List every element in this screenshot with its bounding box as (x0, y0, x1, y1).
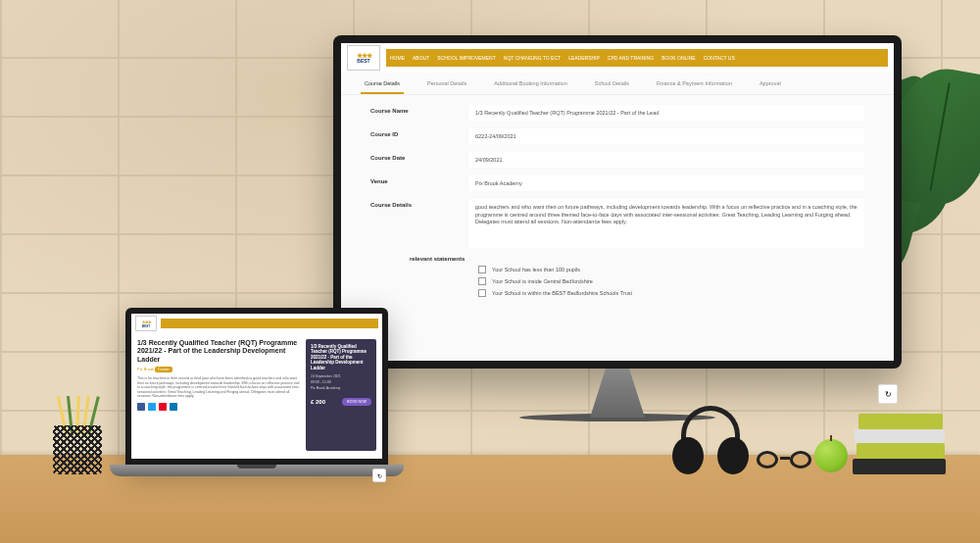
course-location-meta: Pix Brook (137, 367, 154, 371)
booking-sidebar: 1/3 Recently Qualified Teacher (RQT) Pro… (306, 339, 376, 451)
pinterest-icon[interactable] (159, 403, 167, 411)
tab-personal-details[interactable]: Personal Details (423, 76, 470, 94)
linkedin-icon[interactable] (170, 403, 177, 411)
book-now-button[interactable]: BOOK NOW (342, 398, 371, 406)
sidebar-date: 24 September 2021 (311, 374, 371, 378)
site-logo[interactable]: ★★★ BEST (347, 45, 380, 71)
twitter-icon[interactable] (148, 403, 156, 411)
apple (814, 439, 848, 472)
desktop-screen: ★★★ BEST HOME ABOUT SCHOOL IMPROVEMENT N… (341, 43, 894, 361)
tab-approval[interactable]: Approval (756, 76, 785, 94)
main-nav: HOME ABOUT SCHOOL IMPROVEMENT NQT CHANGI… (386, 49, 888, 67)
field-course-date[interactable]: 24/09/2021 (468, 152, 864, 168)
laptop-screen: ★★★ BEST 1/3 Recently Qualified Teacher … (131, 314, 382, 459)
course-type-badge: Course (155, 367, 172, 372)
glasses (755, 451, 813, 472)
tab-additional-booking[interactable]: Additional Booking Information (490, 76, 571, 94)
field-course-name[interactable]: 1/3 Recently Qualified Teacher (RQT) Pro… (468, 105, 864, 121)
tab-course-details[interactable]: Course Details (361, 76, 404, 94)
laptop-nav-bar[interactable] (161, 319, 378, 328)
nav-home[interactable]: HOME (390, 55, 405, 61)
label-course-id: Course ID (370, 128, 468, 137)
checkbox-under-100[interactable] (478, 266, 486, 273)
statement-under-100: Your School has less than 100 pupils (492, 267, 580, 272)
sidebar-time: 09:00 - 15:30 (311, 380, 371, 384)
course-price: £ 200 (311, 399, 325, 405)
statements-heading: relevant statements (410, 256, 864, 262)
nav-nqt[interactable]: NQT CHANGING TO ECT (504, 55, 561, 61)
headphones (666, 406, 755, 474)
course-description: This is for teachers in their second or … (137, 376, 300, 399)
form-tabs: Course Details Personal Details Addition… (341, 73, 894, 95)
field-course-details[interactable]: good teachers and who want their on futu… (468, 199, 864, 248)
label-course-details: Course Details (370, 199, 468, 208)
laptop-site-logo[interactable]: ★★★ BEST (135, 316, 157, 331)
nav-leadership[interactable]: LEADERSHIP (568, 55, 600, 61)
sidebar-course-title: 1/3 Recently Qualified Teacher (RQT) Pro… (311, 344, 371, 370)
label-venue: Venue (370, 175, 468, 184)
sidebar-venue: Pix Brook Academy (311, 386, 371, 390)
tab-finance-payment[interactable]: Finance & Payment Information (653, 76, 736, 94)
nav-contact[interactable]: CONTACT US (704, 55, 735, 61)
tab-school-details[interactable]: School Details (591, 76, 633, 94)
nav-book-online[interactable]: BOOK ONLINE (662, 55, 695, 61)
field-course-id[interactable]: 6222-24/09/2021 (468, 128, 864, 144)
laptop-base (110, 465, 404, 476)
book-stack (853, 396, 951, 474)
facebook-icon[interactable] (137, 403, 145, 411)
checkbox-best-trust[interactable] (478, 289, 486, 297)
desktop-monitor: ★★★ BEST HOME ABOUT SCHOOL IMPROVEMENT N… (333, 35, 902, 408)
statement-central-beds: Your School is inside Central Bedfordshi… (492, 278, 593, 284)
laptop: ★★★ BEST 1/3 Recently Qualified Teacher … (125, 308, 388, 484)
nav-school-improvement[interactable]: SCHOOL IMPROVEMENT (437, 55, 496, 61)
nav-about[interactable]: ABOUT (413, 55, 429, 61)
social-share-row (137, 403, 300, 411)
statement-best-trust: Your School is within the BEST Bedfordsh… (492, 290, 632, 296)
nav-cpd[interactable]: CPD AND TRAINING (608, 55, 654, 61)
pencil-holder (53, 414, 102, 474)
checkbox-central-beds[interactable] (478, 277, 486, 285)
label-course-date: Course Date (370, 152, 468, 161)
course-title: 1/3 Recently Qualified Teacher (RQT) Pro… (137, 339, 300, 364)
label-course-name: Course Name (370, 105, 468, 114)
field-venue[interactable]: Pix Brook Academy (468, 175, 864, 191)
